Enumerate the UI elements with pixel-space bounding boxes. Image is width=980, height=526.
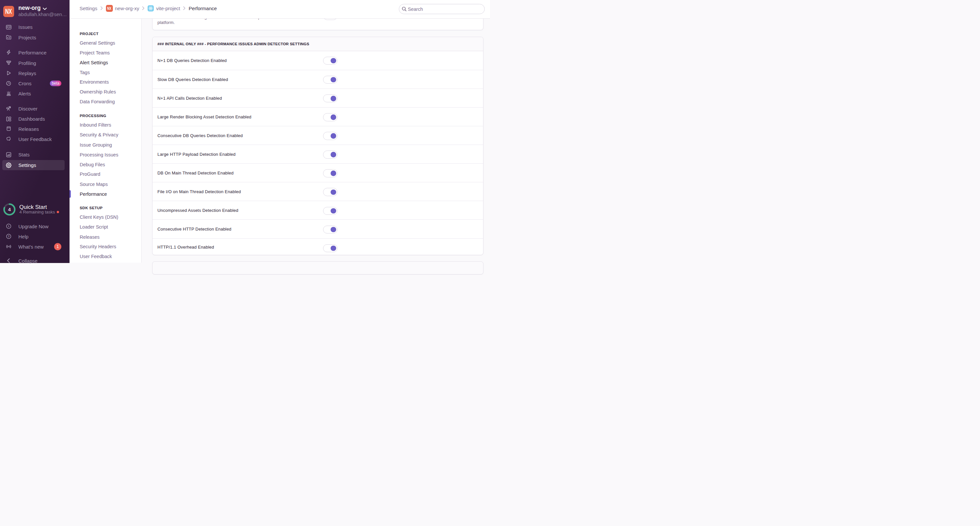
svg-text:4: 4 [8, 207, 11, 212]
svg-text:?: ? [8, 234, 10, 238]
